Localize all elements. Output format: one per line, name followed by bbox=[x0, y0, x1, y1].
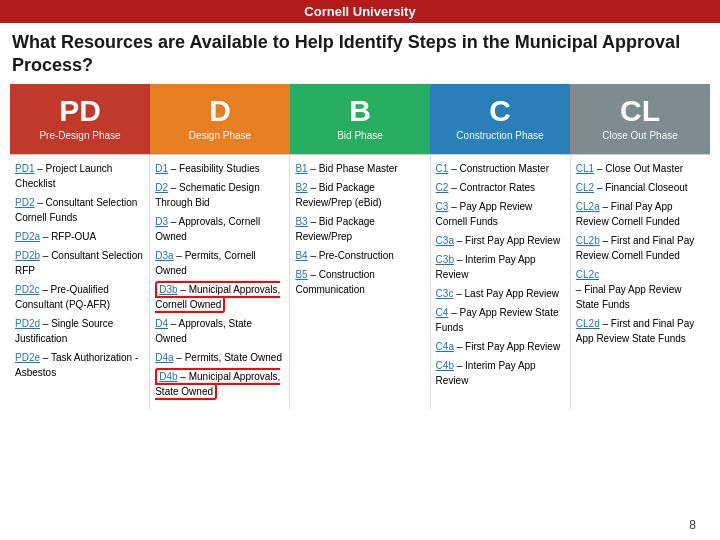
col-cl: CL1 – Close Out Master CL2 – Financial C… bbox=[571, 155, 710, 409]
d4: D4 – Approvals, State Owned bbox=[155, 316, 284, 346]
b2[interactable]: B2 – Bid Package Review/Prep (eBid) bbox=[295, 180, 424, 210]
phase-b: B Bid Phase bbox=[290, 84, 430, 154]
cl2[interactable]: CL2 – Financial Closeout bbox=[576, 180, 705, 195]
phase-c: C Construction Phase bbox=[430, 84, 570, 154]
col-c: C1 – Construction Master C2 – Contractor… bbox=[431, 155, 571, 409]
c3: C3 – Pay App Review Cornell Funds bbox=[436, 199, 565, 229]
c4b[interactable]: C4b – Interim Pay App Review bbox=[436, 358, 565, 388]
phase-cl-letter: CL bbox=[620, 96, 660, 126]
phase-pd-name: Pre-Design Phase bbox=[39, 130, 120, 141]
d3a[interactable]: D3a – Permits, Cornell Owned bbox=[155, 248, 284, 278]
cornell-header: Cornell University bbox=[0, 0, 720, 23]
pd2c[interactable]: PD2c – Pre-Qualified Consultant (PQ-AFR) bbox=[15, 282, 144, 312]
col-d: D1 – Feasibility Studies D2 – Schematic … bbox=[150, 155, 290, 409]
c4a[interactable]: C4a – First Pay App Review bbox=[436, 339, 565, 354]
page-number: 8 bbox=[673, 514, 712, 536]
cl2c[interactable]: CL2c– Final Pay App Review State Funds bbox=[576, 267, 705, 312]
page-title: What Resources are Available to Help Ide… bbox=[0, 23, 720, 84]
b1[interactable]: B1 – Bid Phase Master bbox=[295, 161, 424, 176]
col-pd: PD1 – Project Launch Checklist PD2 – Con… bbox=[10, 155, 150, 409]
d4a[interactable]: D4a – Permits, State Owned bbox=[155, 350, 284, 365]
c3c[interactable]: C3c – Last Pay App Review bbox=[436, 286, 565, 301]
phase-headers: PD Pre-Design Phase D Design Phase B Bid… bbox=[10, 84, 710, 154]
c4: C4 – Pay App Review State Funds bbox=[436, 305, 565, 335]
b3[interactable]: B3 – Bid Package Review/Prep bbox=[295, 214, 424, 244]
d3b[interactable]: D3b – Municipal Approvals, Cornell Owned bbox=[155, 282, 284, 312]
phase-pd-letter: PD bbox=[59, 96, 101, 126]
b4[interactable]: B4 – Pre-Construction bbox=[295, 248, 424, 263]
cl2a[interactable]: CL2a – Final Pay App Review Cornell Fund… bbox=[576, 199, 705, 229]
cl1[interactable]: CL1 – Close Out Master bbox=[576, 161, 705, 176]
c3a[interactable]: C3a – First Pay App Review bbox=[436, 233, 565, 248]
phase-b-name: Bid Phase bbox=[337, 130, 383, 141]
phase-cl: CL Close Out Phase bbox=[570, 84, 710, 154]
c1[interactable]: C1 – Construction Master bbox=[436, 161, 565, 176]
phase-cl-name: Close Out Phase bbox=[602, 130, 678, 141]
phase-b-letter: B bbox=[349, 96, 371, 126]
d3: D3 – Approvals, Cornell Owned bbox=[155, 214, 284, 244]
d1[interactable]: D1 – Feasibility Studies bbox=[155, 161, 284, 176]
c2[interactable]: C2 – Contractor Rates bbox=[436, 180, 565, 195]
col-b: B1 – Bid Phase Master B2 – Bid Package R… bbox=[290, 155, 430, 409]
cl2b: CL2b – First and Final Pay Review Cornel… bbox=[576, 233, 705, 263]
pd2b[interactable]: PD2b – Consultant Selection RFP bbox=[15, 248, 144, 278]
phase-pd: PD Pre-Design Phase bbox=[10, 84, 150, 154]
pd2: PD2 – Consultant Selection Cornell Funds bbox=[15, 195, 144, 225]
phase-d-name: Design Phase bbox=[189, 130, 251, 141]
pd2a[interactable]: PD2a – RFP-OUA bbox=[15, 229, 144, 244]
c3b[interactable]: C3b – Interim Pay App Review bbox=[436, 252, 565, 282]
d2[interactable]: D2 – Schematic Design Through Bid bbox=[155, 180, 284, 210]
pd2d[interactable]: PD2d – Single Source Justification bbox=[15, 316, 144, 346]
phase-d: D Design Phase bbox=[150, 84, 290, 154]
university-name: Cornell University bbox=[304, 4, 415, 19]
phase-c-letter: C bbox=[489, 96, 511, 126]
phase-d-letter: D bbox=[209, 96, 231, 126]
pd1[interactable]: PD1 – Project Launch Checklist bbox=[15, 161, 144, 191]
d4b[interactable]: D4b – Municipal Approvals, State Owned bbox=[155, 369, 284, 399]
cl2d: CL2d – First and Final Pay App Review St… bbox=[576, 316, 705, 346]
content-columns: PD1 – Project Launch Checklist PD2 – Con… bbox=[10, 154, 710, 409]
b5: B5 – Construction Communication bbox=[295, 267, 424, 297]
pd2e[interactable]: PD2e – Task Authorization - Asbestos bbox=[15, 350, 144, 380]
phase-c-name: Construction Phase bbox=[456, 130, 543, 141]
